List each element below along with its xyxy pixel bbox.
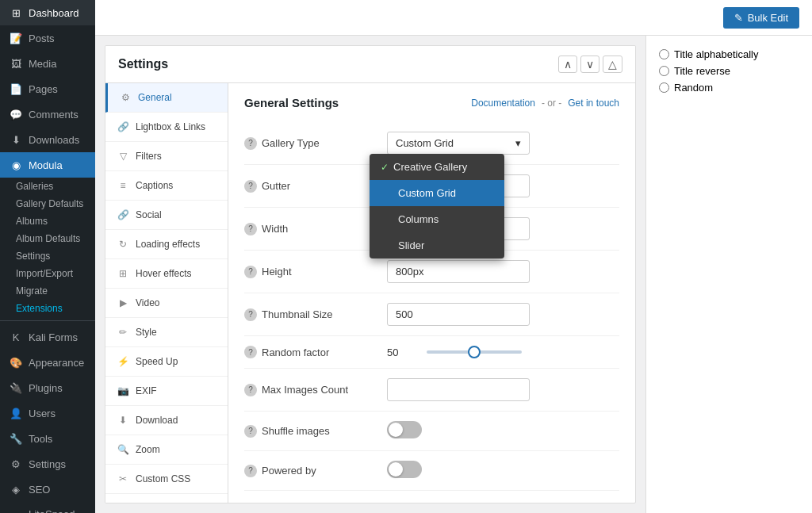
dropdown-item-creative[interactable]: ✓Creative Gallery [370,154,504,180]
sidebar-item-litespeed[interactable]: ⚡LiteSpeed Cache [0,502,95,513]
sidebar-sub-migrate[interactable]: Migrate [0,282,95,300]
sidebar-item-modula[interactable]: ◉Modula [0,152,95,178]
toggle-powered[interactable] [387,461,422,478]
sidebar-item-seo[interactable]: ◈SEO [0,477,95,502]
radio-alpha[interactable] [659,49,669,59]
settings-nav-speedup[interactable]: ⚡Speed Up [105,347,228,377]
settings-main-icon: ⚙ [10,457,22,470]
sidebar-sub-albums[interactable]: Albums [0,212,95,230]
help-icon-random-factor[interactable]: ? [244,346,257,358]
sidebar-label-litespeed: LiteSpeed Cache [29,508,86,513]
sidebar-item-comments[interactable]: 💬Comments [0,101,95,127]
settings-nav-social[interactable]: 🔗Social [105,201,228,230]
help-icon-shuffle[interactable]: ? [244,425,257,438]
sidebar-label-downloads: Downloads [29,134,79,146]
settings-nav-zoom[interactable]: 🔍Zoom [105,435,228,465]
sidebar-item-tools[interactable]: 🔧Tools [0,426,95,451]
settings-nav-misc[interactable]: ⊕Misc [105,494,228,503]
sidebar-item-settings-main[interactable]: ⚙Settings [0,451,95,477]
sidebar-item-plugins[interactable]: 🔌Plugins [0,375,95,400]
help-icon-powered[interactable]: ? [244,465,257,477]
sidebar-sub-import-export[interactable]: Import/Export [0,265,95,282]
radio-reverse[interactable] [659,66,669,76]
top-bar: ✎ Bulk Edit [95,0,812,36]
sidebar-label-settings-main: Settings [29,458,66,470]
dropdown-item-columns[interactable]: Columns [370,206,504,232]
sidebar-sub-galleries[interactable]: Galleries [0,178,95,195]
help-icon-gutter[interactable]: ? [244,180,257,193]
sidebar-item-kali-forms[interactable]: KKali Forms [0,324,95,350]
sidebar-sub-gallery-defaults[interactable]: Gallery Defaults [0,195,95,212]
sidebar-sub-album-defaults[interactable]: Album Defaults [0,230,95,247]
input-height[interactable] [387,260,530,283]
sidebar-item-media[interactable]: 🖼Media [0,51,95,76]
radio-item-alpha: Title alphabetically [659,48,799,60]
expand-button[interactable]: △ [603,56,622,73]
form-label-thumbnail-size: ?Thumbnail Size [244,308,387,321]
settings-nav-lightbox[interactable]: 🔗Lightbox & Links [105,113,228,142]
sidebar-item-posts[interactable]: 📝Posts [0,25,95,51]
settings-nav-custom-css[interactable]: ✂Custom CSS [105,465,228,494]
label-text-thumbnail-size: Thumbnail Size [262,308,333,320]
exif-nav-label: EXIF [136,385,157,396]
form-label-shuffle: ?Shuffle images [244,425,387,438]
check-icon: ✓ [381,162,389,173]
sidebar-sub-settings[interactable]: Settings [0,247,95,265]
help-icon-thumbnail-size[interactable]: ? [244,308,257,321]
comments-icon: 💬 [10,108,22,121]
form-label-random-factor: ?Random factor [244,346,387,358]
form-control-thumbnail-size [387,303,619,326]
help-icon-height[interactable]: ? [244,266,257,278]
sidebar-item-users[interactable]: 👤Users [0,400,95,426]
get-in-touch-link[interactable]: Get in touch [568,98,619,109]
dashboard-icon: ⊞ [10,6,22,19]
toggle-shuffle[interactable] [387,421,422,438]
sidebar-item-pages[interactable]: 📄Pages [0,76,95,101]
settings-nav-hover[interactable]: ⊞Hover effects [105,259,228,289]
settings-content: ⚙General🔗Lightbox & Links▽Filters≡Captio… [105,83,635,503]
form-control-gallery-type: Custom Grid▾ [387,132,619,155]
form-control-shuffle [387,421,619,441]
form-label-max-images: ?Max Images Count [244,384,387,396]
input-thumbnail-size[interactable] [387,303,530,326]
zoom-nav-icon: 🔍 [117,443,129,456]
help-icon-gallery-type[interactable]: ? [244,137,257,150]
lightbox-nav-icon: 🔗 [117,121,129,133]
sidebar-item-appearance[interactable]: 🎨Appearance [0,350,95,375]
settings-nav-download[interactable]: ⬇Download [105,406,228,435]
sidebar-label-modula: Modula [29,159,63,171]
range-random-factor[interactable] [427,350,522,354]
settings-title: Settings [118,57,168,71]
filters-nav-label: Filters [136,151,162,162]
settings-nav-video[interactable]: ▶Video [105,289,228,318]
documentation-link[interactable]: Documentation [471,98,535,109]
sidebar-item-dashboard[interactable]: ⊞Dashboard [0,0,95,25]
dropdown-item-slider[interactable]: Slider [370,232,504,258]
form-row-max-images: ?Max Images Count [244,369,619,412]
select-gallery-type[interactable]: Custom Grid▾ [387,132,530,155]
settings-nav-general[interactable]: ⚙General [105,83,228,113]
bulk-edit-button[interactable]: ✎ Bulk Edit [723,7,799,29]
zoom-nav-label: Zoom [136,444,160,455]
settings-nav-filters[interactable]: ▽Filters [105,142,228,171]
help-icon-width[interactable]: ? [244,223,257,235]
form-header: General Settings Documentation - or - Ge… [244,96,619,109]
label-text-powered: Powered by [262,465,316,477]
social-nav-label: Social [136,209,162,220]
settings-nav-loading[interactable]: ↻Loading effects [105,230,228,259]
collapse-up-button[interactable]: ∧ [558,56,577,73]
sidebar-item-downloads[interactable]: ⬇Downloads [0,127,95,152]
dropdown-item-custom-grid[interactable]: Custom Grid [370,180,504,206]
settings-nav-captions[interactable]: ≡Captions [105,171,228,201]
help-icon-max-images[interactable]: ? [244,384,257,396]
sidebar-sub-extensions[interactable]: Extensions [0,300,95,317]
captions-nav-icon: ≡ [117,179,129,192]
collapse-down-button[interactable]: ∨ [580,56,599,73]
settings-nav-style[interactable]: ✏Style [105,318,228,347]
downloads-icon: ⬇ [10,133,22,146]
radio-random[interactable] [659,82,669,93]
input-max-images[interactable] [387,378,530,401]
form-label-gutter: ?Gutter [244,180,387,193]
form-label-powered: ?Powered by [244,465,387,477]
settings-nav-exif[interactable]: 📷EXIF [105,377,228,406]
